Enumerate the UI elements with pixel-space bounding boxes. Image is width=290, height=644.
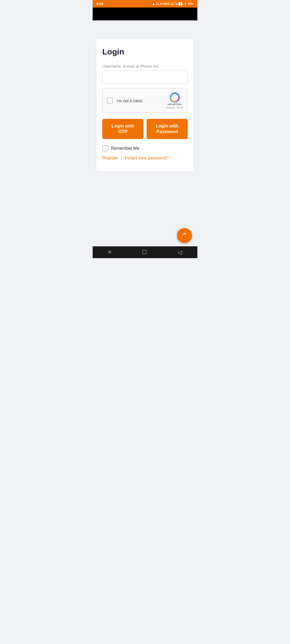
username-input[interactable] bbox=[102, 71, 188, 83]
status-right: ⏰ 11.0 KB/S 📶 📡 ▊▊ 🔋 72% bbox=[152, 2, 194, 5]
home-nav-icon[interactable]: ☐ bbox=[142, 249, 147, 255]
recaptcha-checkbox[interactable] bbox=[107, 98, 113, 104]
register-link[interactable]: Register bbox=[102, 156, 118, 160]
remember-me-checkbox[interactable] bbox=[102, 145, 108, 151]
battery-percent: 72% bbox=[188, 2, 194, 5]
status-time: 9:54 bbox=[96, 2, 103, 6]
top-spacer bbox=[93, 20, 197, 39]
recaptcha-widget[interactable]: I'm not a robot reCAPTCHA Privacy - Term… bbox=[102, 88, 188, 113]
network-speed: 11.0 KB/S bbox=[156, 2, 170, 5]
bottom-spacer bbox=[93, 171, 197, 225]
page-title: Login bbox=[102, 47, 188, 56]
scroll-top-fab[interactable]: ⌃ bbox=[177, 228, 192, 243]
alarm-icon: ⏰ bbox=[152, 2, 155, 5]
links-divider: | bbox=[121, 156, 122, 160]
remember-me-row: Remember Me bbox=[102, 145, 188, 151]
battery-icon: 🔋 bbox=[184, 2, 187, 5]
username-label: Username, E-mail or Phone No. bbox=[102, 64, 188, 68]
recaptcha-brand-label: reCAPTCHA bbox=[168, 103, 182, 106]
forgot-password-link[interactable]: Forgot your password? bbox=[125, 156, 169, 160]
recaptcha-logo-area: reCAPTCHA Privacy - Terms bbox=[166, 92, 183, 109]
status-bar: 9:54 ⏰ 11.0 KB/S 📶 📡 ▊▊ 🔋 72% bbox=[93, 0, 197, 8]
login-password-button[interactable]: Login with Password bbox=[147, 119, 188, 139]
menu-nav-icon[interactable]: ≡ bbox=[108, 249, 111, 255]
login-card: Login Username, E-mail or Phone No. I'm … bbox=[96, 39, 194, 171]
volte-icon: 📡 bbox=[175, 2, 178, 5]
scroll-up-icon: ⌃ bbox=[182, 232, 187, 239]
login-buttons-row: Login with OTP Login with Password bbox=[102, 119, 188, 139]
back-nav-icon[interactable]: ◁ bbox=[178, 249, 182, 255]
recaptcha-left: I'm not a robot bbox=[107, 98, 142, 104]
recaptcha-privacy-links: Privacy - Terms bbox=[166, 106, 183, 109]
auth-links-row: Register | Forgot your password? bbox=[102, 156, 188, 160]
fab-area: ⌃ bbox=[93, 225, 197, 246]
login-otp-button[interactable]: Login with OTP bbox=[102, 119, 143, 139]
recaptcha-logo-icon bbox=[170, 92, 180, 103]
signal-icon: ▊▊ bbox=[179, 2, 183, 5]
app-header-bar bbox=[93, 8, 197, 20]
wifi-icon: 📶 bbox=[171, 2, 174, 5]
bottom-nav-bar: ≡ ☐ ◁ bbox=[93, 246, 197, 258]
remember-me-label: Remember Me bbox=[111, 146, 139, 151]
recaptcha-text: I'm not a robot bbox=[117, 98, 142, 103]
